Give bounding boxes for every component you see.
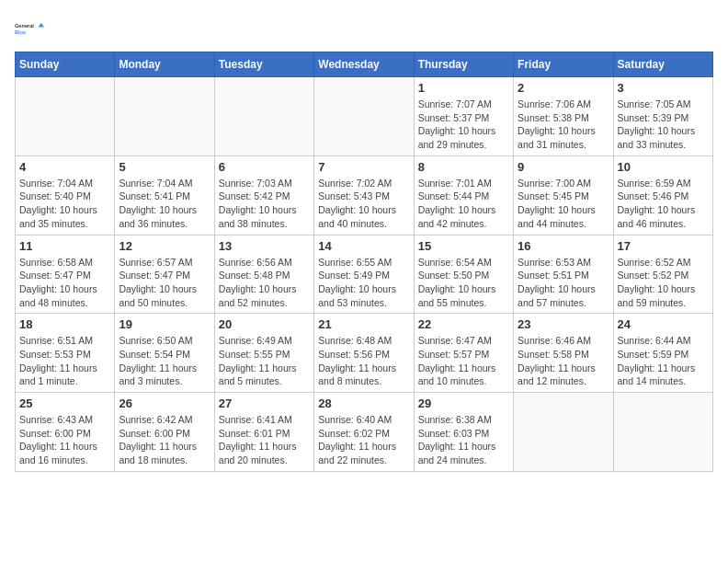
day-info: Sunrise: 6:56 AM Sunset: 5:48 PM Dayligh… <box>219 256 310 310</box>
day-info: Sunrise: 6:43 AM Sunset: 6:00 PM Dayligh… <box>19 413 110 467</box>
day-info: Sunrise: 6:40 AM Sunset: 6:02 PM Dayligh… <box>318 413 409 467</box>
calendar-day-cell: 26Sunrise: 6:42 AM Sunset: 6:00 PM Dayli… <box>115 393 214 472</box>
day-info: Sunrise: 7:01 AM Sunset: 5:44 PM Dayligh… <box>418 177 509 231</box>
day-number: 19 <box>119 317 210 331</box>
calendar-day-cell: 7Sunrise: 7:02 AM Sunset: 5:43 PM Daylig… <box>314 155 414 235</box>
calendar-day-cell: 18Sunrise: 6:51 AM Sunset: 5:53 PM Dayli… <box>16 314 115 393</box>
calendar-day-cell: 5Sunrise: 7:04 AM Sunset: 5:41 PM Daylig… <box>115 155 214 235</box>
logo-icon: General Blue <box>15 15 44 44</box>
calendar-day-cell: 1Sunrise: 7:07 AM Sunset: 5:37 PM Daylig… <box>414 77 513 156</box>
calendar-day-cell: 19Sunrise: 6:50 AM Sunset: 5:54 PM Dayli… <box>115 314 214 393</box>
day-info: Sunrise: 6:52 AM Sunset: 5:52 PM Dayligh… <box>618 256 709 310</box>
calendar-day-cell <box>214 77 313 156</box>
day-number: 3 <box>618 81 709 95</box>
calendar-week-row: 25Sunrise: 6:43 AM Sunset: 6:00 PM Dayli… <box>16 393 713 472</box>
page-header: General Blue <box>15 15 713 44</box>
calendar-week-row: 11Sunrise: 6:58 AM Sunset: 5:47 PM Dayli… <box>16 235 713 314</box>
calendar-day-cell: 22Sunrise: 6:47 AM Sunset: 5:57 PM Dayli… <box>414 314 513 393</box>
day-info: Sunrise: 7:02 AM Sunset: 5:43 PM Dayligh… <box>318 177 409 231</box>
day-info: Sunrise: 6:49 AM Sunset: 5:55 PM Dayligh… <box>219 334 310 388</box>
calendar-day-cell: 24Sunrise: 6:44 AM Sunset: 5:59 PM Dayli… <box>613 314 712 393</box>
day-number: 4 <box>19 160 110 174</box>
day-number: 18 <box>19 317 110 331</box>
day-number: 9 <box>518 160 609 174</box>
day-number: 5 <box>119 160 210 174</box>
calendar-day-cell: 14Sunrise: 6:55 AM Sunset: 5:49 PM Dayli… <box>314 235 414 314</box>
day-info: Sunrise: 6:50 AM Sunset: 5:54 PM Dayligh… <box>119 334 210 388</box>
day-info: Sunrise: 6:38 AM Sunset: 6:03 PM Dayligh… <box>418 413 509 467</box>
day-number: 11 <box>19 239 110 253</box>
day-number: 8 <box>418 160 509 174</box>
day-number: 17 <box>618 239 709 253</box>
day-info: Sunrise: 6:42 AM Sunset: 6:00 PM Dayligh… <box>119 413 210 467</box>
calendar-day-cell: 12Sunrise: 6:57 AM Sunset: 5:47 PM Dayli… <box>115 235 214 314</box>
calendar-day-cell: 11Sunrise: 6:58 AM Sunset: 5:47 PM Dayli… <box>16 235 115 314</box>
day-info: Sunrise: 6:51 AM Sunset: 5:53 PM Dayligh… <box>19 334 110 388</box>
calendar-day-cell: 23Sunrise: 6:46 AM Sunset: 5:58 PM Dayli… <box>514 314 613 393</box>
day-number: 22 <box>418 317 509 331</box>
calendar-week-row: 1Sunrise: 7:07 AM Sunset: 5:37 PM Daylig… <box>16 77 713 156</box>
calendar-day-cell: 28Sunrise: 6:40 AM Sunset: 6:02 PM Dayli… <box>314 393 414 472</box>
day-number: 16 <box>518 239 609 253</box>
day-number: 27 <box>219 396 310 410</box>
day-number: 20 <box>219 317 310 331</box>
calendar-day-cell: 10Sunrise: 6:59 AM Sunset: 5:46 PM Dayli… <box>613 155 712 235</box>
day-number: 15 <box>418 239 509 253</box>
calendar-day-cell: 4Sunrise: 7:04 AM Sunset: 5:40 PM Daylig… <box>16 155 115 235</box>
svg-marker-2 <box>39 23 44 28</box>
calendar-day-cell: 6Sunrise: 7:03 AM Sunset: 5:42 PM Daylig… <box>214 155 313 235</box>
calendar-day-cell: 9Sunrise: 7:00 AM Sunset: 5:45 PM Daylig… <box>514 155 613 235</box>
calendar-day-cell <box>314 77 414 156</box>
day-info: Sunrise: 6:53 AM Sunset: 5:51 PM Dayligh… <box>518 256 609 310</box>
day-number: 29 <box>418 396 509 410</box>
day-info: Sunrise: 7:06 AM Sunset: 5:38 PM Dayligh… <box>518 98 609 152</box>
day-of-week-header: Wednesday <box>314 52 414 77</box>
calendar-day-cell: 20Sunrise: 6:49 AM Sunset: 5:55 PM Dayli… <box>214 314 313 393</box>
day-info: Sunrise: 6:41 AM Sunset: 6:01 PM Dayligh… <box>219 413 310 467</box>
calendar-header-row: SundayMondayTuesdayWednesdayThursdayFrid… <box>16 52 713 77</box>
calendar-week-row: 18Sunrise: 6:51 AM Sunset: 5:53 PM Dayli… <box>16 314 713 393</box>
day-info: Sunrise: 7:04 AM Sunset: 5:40 PM Dayligh… <box>19 177 110 231</box>
calendar-day-cell: 29Sunrise: 6:38 AM Sunset: 6:03 PM Dayli… <box>414 393 513 472</box>
day-info: Sunrise: 6:48 AM Sunset: 5:56 PM Dayligh… <box>318 334 409 388</box>
logo: General Blue <box>15 15 44 44</box>
day-number: 6 <box>219 160 310 174</box>
day-info: Sunrise: 7:07 AM Sunset: 5:37 PM Dayligh… <box>418 98 509 152</box>
day-of-week-header: Monday <box>115 52 214 77</box>
day-number: 24 <box>618 317 709 331</box>
calendar-day-cell: 17Sunrise: 6:52 AM Sunset: 5:52 PM Dayli… <box>613 235 712 314</box>
day-number: 21 <box>318 317 409 331</box>
day-number: 13 <box>219 239 310 253</box>
day-info: Sunrise: 6:59 AM Sunset: 5:46 PM Dayligh… <box>618 177 709 231</box>
day-of-week-header: Tuesday <box>214 52 313 77</box>
calendar-day-cell: 21Sunrise: 6:48 AM Sunset: 5:56 PM Dayli… <box>314 314 414 393</box>
day-info: Sunrise: 6:44 AM Sunset: 5:59 PM Dayligh… <box>618 334 709 388</box>
day-number: 2 <box>518 81 609 95</box>
calendar-day-cell: 16Sunrise: 6:53 AM Sunset: 5:51 PM Dayli… <box>514 235 613 314</box>
day-number: 26 <box>119 396 210 410</box>
calendar-day-cell: 13Sunrise: 6:56 AM Sunset: 5:48 PM Dayli… <box>214 235 313 314</box>
day-number: 10 <box>618 160 709 174</box>
calendar-day-cell: 27Sunrise: 6:41 AM Sunset: 6:01 PM Dayli… <box>214 393 313 472</box>
day-info: Sunrise: 7:05 AM Sunset: 5:39 PM Dayligh… <box>618 98 709 152</box>
day-info: Sunrise: 6:47 AM Sunset: 5:57 PM Dayligh… <box>418 334 509 388</box>
calendar-day-cell: 25Sunrise: 6:43 AM Sunset: 6:00 PM Dayli… <box>16 393 115 472</box>
day-number: 12 <box>119 239 210 253</box>
day-number: 14 <box>318 239 409 253</box>
calendar-table: SundayMondayTuesdayWednesdayThursdayFrid… <box>15 52 713 472</box>
day-info: Sunrise: 6:55 AM Sunset: 5:49 PM Dayligh… <box>318 256 409 310</box>
svg-text:General: General <box>15 23 34 29</box>
calendar-day-cell <box>16 77 115 156</box>
day-of-week-header: Saturday <box>613 52 712 77</box>
day-number: 23 <box>518 317 609 331</box>
calendar-day-cell <box>115 77 214 156</box>
calendar-day-cell: 8Sunrise: 7:01 AM Sunset: 5:44 PM Daylig… <box>414 155 513 235</box>
day-of-week-header: Sunday <box>16 52 115 77</box>
day-info: Sunrise: 6:57 AM Sunset: 5:47 PM Dayligh… <box>119 256 210 310</box>
calendar-day-cell <box>613 393 712 472</box>
calendar-day-cell: 15Sunrise: 6:54 AM Sunset: 5:50 PM Dayli… <box>414 235 513 314</box>
day-number: 1 <box>418 81 509 95</box>
day-number: 28 <box>318 396 409 410</box>
day-info: Sunrise: 7:03 AM Sunset: 5:42 PM Dayligh… <box>219 177 310 231</box>
day-info: Sunrise: 6:54 AM Sunset: 5:50 PM Dayligh… <box>418 256 509 310</box>
